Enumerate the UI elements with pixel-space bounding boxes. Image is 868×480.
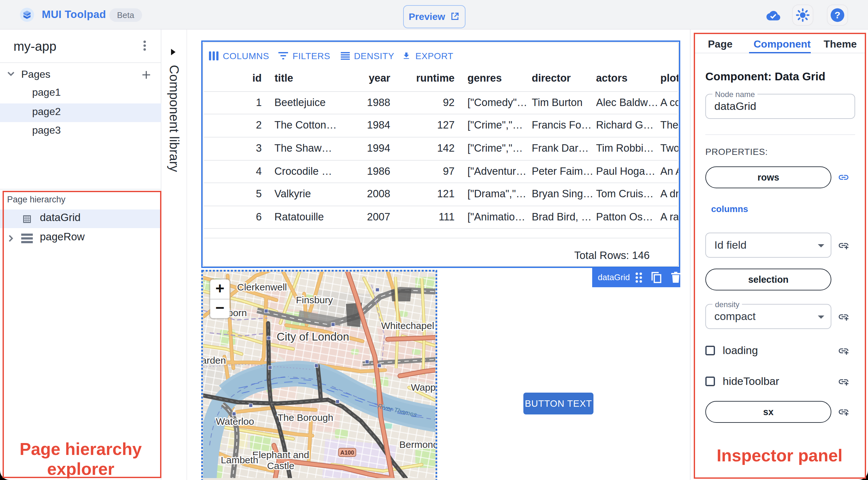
svg-text:?: ? — [835, 9, 840, 20]
